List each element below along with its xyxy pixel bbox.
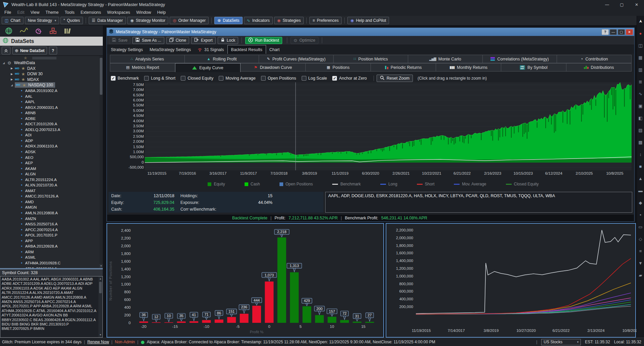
symbol-item[interactable]: ●ARBA.20120928.A — [0, 244, 99, 249]
tab-backtest-results[interactable]: Backtest Results — [227, 45, 266, 54]
panel-icon[interactable]: ▣ — [638, 104, 642, 108]
toolbar-strategies-button[interactable]: ◉Strategies — [274, 17, 304, 24]
menu-window[interactable]: Window — [133, 9, 154, 16]
pane-icon[interactable]: ◫ — [638, 43, 642, 48]
tab-chart[interactable]: Chart — [266, 45, 283, 54]
legend-closed-equity[interactable]: Closed Equity — [506, 182, 539, 186]
menu-workspaces[interactable]: Workspaces — [104, 9, 133, 16]
subtab-profit-curves-metastrategy[interactable]: ✎Profit Curves (MetaStrategy) — [259, 55, 334, 63]
optimize-button[interactable]: ⚙Optimize — [291, 37, 318, 44]
split-icon[interactable]: ◧ — [638, 116, 642, 120]
market-select[interactable]: US Stocks ▾ — [541, 339, 581, 345]
checkbox-box[interactable] — [219, 76, 223, 81]
open-positions-list[interactable]: AAPL, ADP, DOGE.USD, ESRX.20181220.A, HA… — [325, 192, 632, 213]
checkbox-closed-equity[interactable]: Closed Equity — [181, 76, 213, 81]
lock-button[interactable]: Lock — [218, 37, 238, 44]
window-close-icon[interactable]: ✕ — [626, 29, 633, 35]
collapse-all-button[interactable] — [2, 47, 10, 54]
export-button[interactable]: Export — [191, 37, 216, 44]
rows-icon[interactable]: ▥ — [638, 68, 642, 72]
tree-group-mdax[interactable]: ▶WD★MDAX — [0, 77, 99, 83]
subtab-correlations-metastrategy[interactable]: Correlations (MetaStrategy) — [482, 55, 557, 63]
symbol-item[interactable]: ●AMCC.20170126.A — [0, 193, 99, 199]
symbol-item[interactable]: ●ASML — [0, 255, 99, 260]
equity-chart[interactable] — [145, 82, 632, 170]
tab-strategy-settings[interactable]: Strategy Settings — [108, 45, 146, 54]
menu-icon[interactable]: ≡ — [639, 249, 642, 253]
symbol-item[interactable]: ●APOL.20170201.P — [0, 232, 99, 238]
legend-open-positions[interactable]: Open Positions — [280, 182, 313, 186]
legend-equity[interactable]: Equity — [208, 182, 225, 186]
menu-help[interactable]: Help — [154, 9, 169, 16]
symbol-item[interactable]: ●ABGX.20060331.A — [0, 104, 99, 110]
symbol-item[interactable]: ●ADI — [0, 132, 99, 138]
dataset-tree[interactable]: ★◢⚙WealthData▶WD★DAX▶WD★DOW 30▶WD★MDAX◢W… — [0, 56, 99, 268]
subtab-rolling-profit[interactable]: ▲Rolling Profit — [184, 55, 259, 63]
symbols-textarea[interactable]: AABA.20191002.A AAL AAPL ABGX.20060331.A… — [0, 276, 103, 338]
menu-theme[interactable]: Theme — [43, 9, 62, 16]
window-maximize-icon[interactable]: ▢ — [618, 29, 625, 35]
subtab-monthly-returns[interactable]: ▮▮▮Monthly Returns — [436, 63, 501, 72]
tree-group-nasdaq-100[interactable]: ◢WD★NASDAQ 100 — [0, 82, 99, 88]
symbol-item[interactable]: ●ADSK — [0, 149, 99, 155]
menu-tools[interactable]: Tools — [61, 9, 77, 16]
menu-edit[interactable]: Edit — [14, 9, 28, 16]
strategy-window-title-bar[interactable]: MetaStrategy Strategy - Patreon\Master M… — [107, 28, 634, 36]
symbol-item[interactable]: ●ALXN.20210720.A — [0, 182, 99, 188]
checkbox-box[interactable] — [302, 76, 306, 81]
legend-mov-average[interactable]: Mov. Average — [454, 182, 486, 186]
symbol-item[interactable]: ●AMGN — [0, 205, 99, 210]
toolbar-datasets-button[interactable]: ⊕DataSets — [214, 17, 242, 24]
subtab-contribution[interactable]: ◔Contribution — [557, 55, 632, 63]
bar-icon[interactable]: ▬ — [638, 188, 643, 193]
hatch-icon[interactable]: ▨ — [638, 128, 642, 132]
expand-icon[interactable]: ▶ — [10, 78, 13, 81]
dot-icon[interactable]: ▪ — [640, 213, 641, 217]
neuro-lab-icon[interactable] — [35, 28, 42, 34]
symbol-item[interactable]: ●AAL — [0, 93, 99, 99]
diamond-icon[interactable]: ◆ — [639, 201, 642, 205]
toolbar-strategy-monitor-button[interactable]: ◉Strategy Monitor — [127, 17, 169, 24]
symbol-item[interactable]: ●AAPL — [0, 99, 99, 105]
subtab-distributions[interactable]: Distributions — [566, 63, 632, 72]
window-help-icon[interactable]: ? — [602, 29, 609, 35]
subtab-monte-carlo[interactable]: ▂▅▇Monte Carlo — [408, 55, 483, 63]
wave-icon[interactable]: ∿ — [639, 92, 642, 96]
down-icon[interactable]: ▼ — [638, 261, 643, 265]
toolbar-help-and-copilot-button[interactable]: ◉Help and CoPilot — [347, 17, 389, 24]
symbol-item[interactable]: ●AMAT — [0, 188, 99, 194]
symbol-item[interactable]: ●AEO — [0, 155, 99, 160]
run-backtest-button[interactable]: Run Backtest — [245, 37, 282, 44]
checkbox-moving-average[interactable]: Moving Average — [219, 76, 255, 81]
tree-item-clipped[interactable]: ★ — [0, 56, 99, 60]
maximize-icon[interactable]: ▢ — [614, 0, 629, 9]
window-minimize-icon[interactable]: — — [610, 29, 617, 35]
frame-icon[interactable]: ▭ — [638, 225, 642, 229]
tab-metastrategy-settings[interactable]: MetaStrategy Settings — [146, 45, 194, 54]
close-icon[interactable]: ✕ — [629, 0, 644, 9]
renew-now-link[interactable]: Renew Now — [87, 340, 109, 344]
subtab-periodic-returns[interactable]: Periodic Returns — [371, 63, 436, 72]
menu-view[interactable]: View — [28, 9, 43, 16]
legend-short[interactable]: Short — [417, 182, 435, 186]
toolbar-data-manager-button[interactable]: ☰Data Manager — [89, 17, 126, 24]
block-icon[interactable]: ■ — [639, 164, 642, 169]
building-blocks-icon[interactable] — [49, 28, 57, 34]
symbol-item[interactable]: ●ABNB — [0, 110, 99, 116]
symbol-item[interactable]: ●ALTR.20151224.A — [0, 177, 99, 182]
record-icon[interactable]: ● — [639, 31, 642, 36]
symbol-item[interactable]: ●AKAM — [0, 166, 99, 171]
checkbox-open-positions[interactable]: Open Positions — [261, 76, 296, 81]
globe-icon[interactable] — [5, 27, 13, 35]
toolbar-quotes-button[interactable]: “Quotes — [60, 17, 83, 24]
checkbox-long-short[interactable]: Long & Short — [144, 76, 175, 81]
tile-icon[interactable]: ▰ — [639, 273, 642, 277]
library-icon[interactable] — [64, 28, 71, 34]
symbol-item[interactable]: ●ALGN — [0, 171, 99, 177]
shade-icon[interactable]: ▩ — [638, 140, 642, 144]
symbol-item[interactable]: ●AMLN.20120808.A — [0, 210, 99, 216]
subtab-by-symbol[interactable]: ABCDEFBy Symbol — [501, 63, 566, 72]
legend-long[interactable]: Long — [380, 182, 397, 186]
symbol-item[interactable]: ●AEP — [0, 160, 99, 166]
symbol-item[interactable]: ●ADCT.20101209.A — [0, 121, 99, 127]
